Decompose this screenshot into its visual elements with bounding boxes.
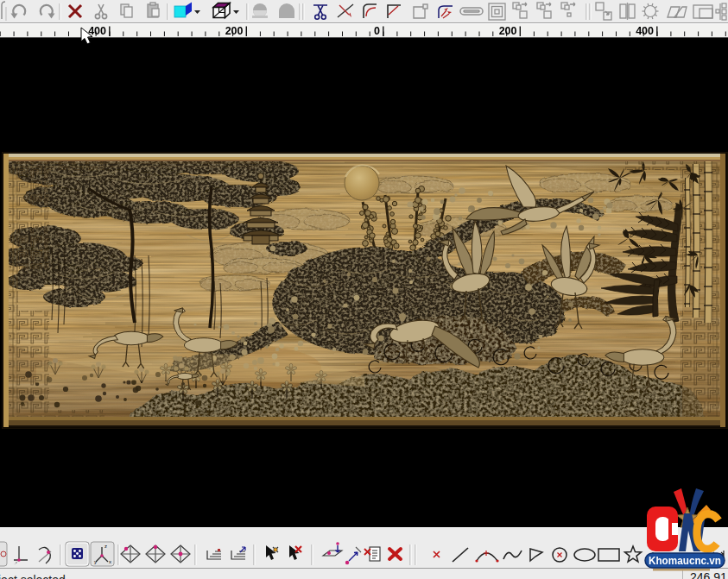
svg-text:200: 200 [499, 25, 517, 37]
svg-text:Khomaucnc.vn: Khomaucnc.vn [649, 555, 721, 567]
svg-text:0: 0 [374, 25, 380, 37]
svg-text:200: 200 [225, 25, 244, 37]
svg-text:z: z [104, 544, 107, 549]
svg-text:y: y [94, 559, 97, 564]
svg-text:x: x [109, 559, 111, 564]
svg-text:400: 400 [636, 25, 654, 37]
